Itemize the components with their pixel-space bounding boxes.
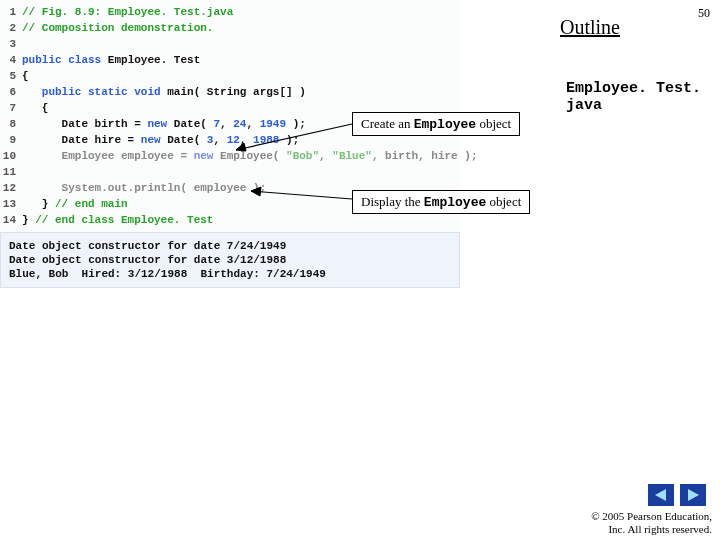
outline-heading: Outline	[560, 16, 620, 39]
arrow-create	[230, 120, 360, 160]
svg-marker-1	[236, 143, 246, 151]
svg-marker-4	[655, 489, 666, 501]
triangle-right-icon	[686, 488, 700, 502]
slide-number: 50	[698, 6, 710, 21]
program-output: Date object constructor for date 7/24/19…	[0, 232, 460, 288]
svg-marker-5	[688, 489, 699, 501]
nav-controls	[648, 484, 706, 506]
svg-line-2	[251, 191, 352, 199]
svg-line-0	[236, 124, 352, 150]
svg-marker-3	[251, 187, 261, 196]
callout-display: Display the Employee object	[352, 190, 530, 214]
next-button[interactable]	[680, 484, 706, 506]
copyright: © 2005 Pearson Education, Inc. All right…	[591, 510, 712, 536]
triangle-left-icon	[654, 488, 668, 502]
filename-label: Employee. Test. java	[566, 80, 720, 114]
arrow-display	[245, 185, 360, 205]
prev-button[interactable]	[648, 484, 674, 506]
callout-create: Create an Employee object	[352, 112, 520, 136]
